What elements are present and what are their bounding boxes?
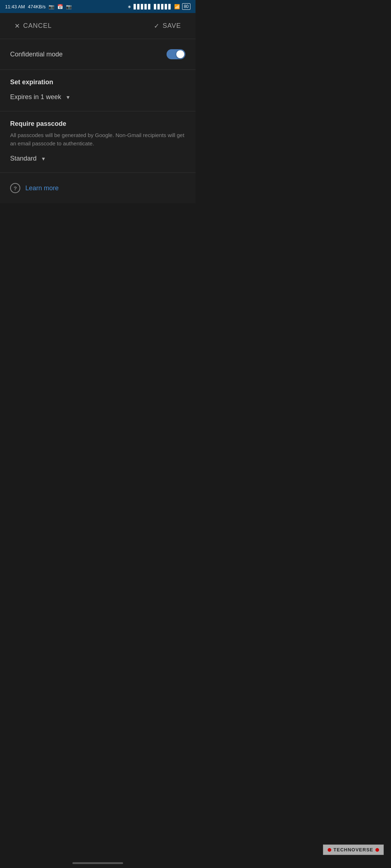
chevron-down-icon-passcode: ▼ [41, 156, 46, 162]
passcode-description: All passcodes will be generated by Googl… [10, 131, 185, 148]
cancel-label: CANCEL [23, 22, 52, 30]
action-bar: ✕ CANCEL ✓ SAVE [0, 13, 196, 39]
status-time: 11:43 AM [5, 4, 25, 9]
passcode-value: Standard [10, 155, 37, 162]
toggle-track [167, 49, 185, 59]
status-icon-camera: 📷 [66, 4, 72, 9]
bottom-area [0, 203, 196, 420]
save-label: SAVE [163, 22, 181, 30]
toggle-thumb [176, 50, 184, 58]
chevron-down-icon: ▼ [66, 94, 71, 100]
status-icon-calendar: 📅 [57, 4, 63, 9]
set-expiration-title: Set expiration [10, 78, 185, 86]
expiration-dropdown[interactable]: Expires in 1 week ▼ [10, 93, 185, 101]
save-button[interactable]: ✓ SAVE [154, 22, 181, 30]
help-icon: ? [10, 183, 20, 193]
signal-icon-2: ▋▋▋▋▋ [154, 4, 172, 9]
cancel-button[interactable]: ✕ CANCEL [14, 22, 52, 30]
status-left: 11:43 AM 474KB/s 📷 📅 📷 [5, 4, 72, 9]
check-icon: ✓ [154, 22, 160, 30]
battery-icon: 80 [182, 3, 190, 10]
bluetooth-icon: ∗ [127, 4, 131, 9]
passcode-dropdown[interactable]: Standard ▼ [10, 155, 185, 162]
confidential-mode-toggle[interactable] [167, 49, 185, 59]
status-icon-instagram: 📷 [49, 4, 54, 9]
content: Confidential mode Set expiration Expires… [0, 39, 196, 203]
set-expiration-section: Set expiration Expires in 1 week ▼ [0, 70, 196, 111]
require-passcode-section: Require passcode All passcodes will be g… [0, 111, 196, 173]
confidential-mode-label: Confidential mode [10, 51, 63, 58]
expiration-value: Expires in 1 week [10, 93, 61, 101]
close-icon: ✕ [14, 22, 20, 30]
status-speed: 474KB/s [28, 4, 46, 9]
status-bar: 11:43 AM 474KB/s 📷 📅 📷 ∗ ▋▋▋▋▋ ▋▋▋▋▋ 📶 8… [0, 0, 196, 13]
status-right: ∗ ▋▋▋▋▋ ▋▋▋▋▋ 📶 80 [127, 3, 190, 10]
confidential-mode-row: Confidential mode [0, 39, 196, 70]
wifi-icon: 📶 [174, 4, 180, 9]
require-passcode-title: Require passcode [10, 120, 185, 128]
learn-more-link[interactable]: Learn more [25, 184, 59, 192]
signal-icon-1: ▋▋▋▋▋ [134, 4, 152, 9]
learn-more-section: ? Learn more [0, 173, 196, 203]
